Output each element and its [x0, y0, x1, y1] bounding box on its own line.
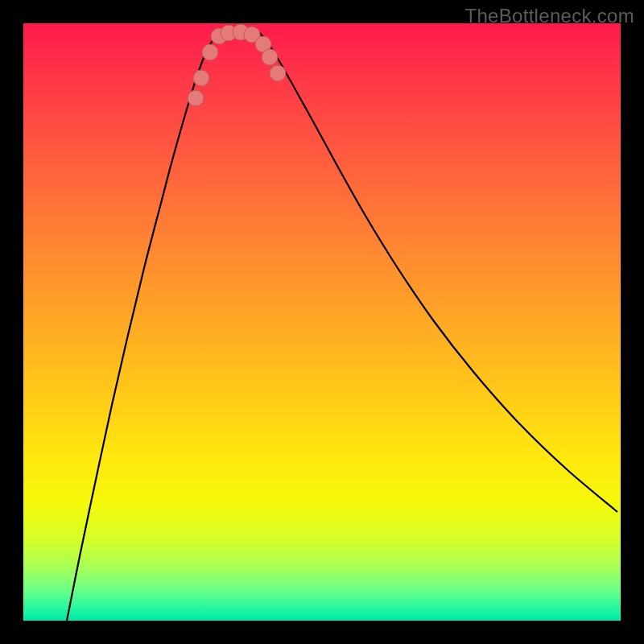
data-marker [202, 44, 218, 60]
bottleneck-curve [67, 31, 220, 621]
marker-layer [188, 24, 286, 106]
data-marker [262, 49, 278, 65]
data-marker [188, 90, 204, 106]
data-marker [270, 65, 286, 81]
curve-layer [67, 31, 617, 621]
chart-frame [23, 23, 621, 621]
bottleneck-curve [257, 31, 617, 512]
chart-svg [23, 23, 621, 621]
data-marker [193, 70, 209, 86]
